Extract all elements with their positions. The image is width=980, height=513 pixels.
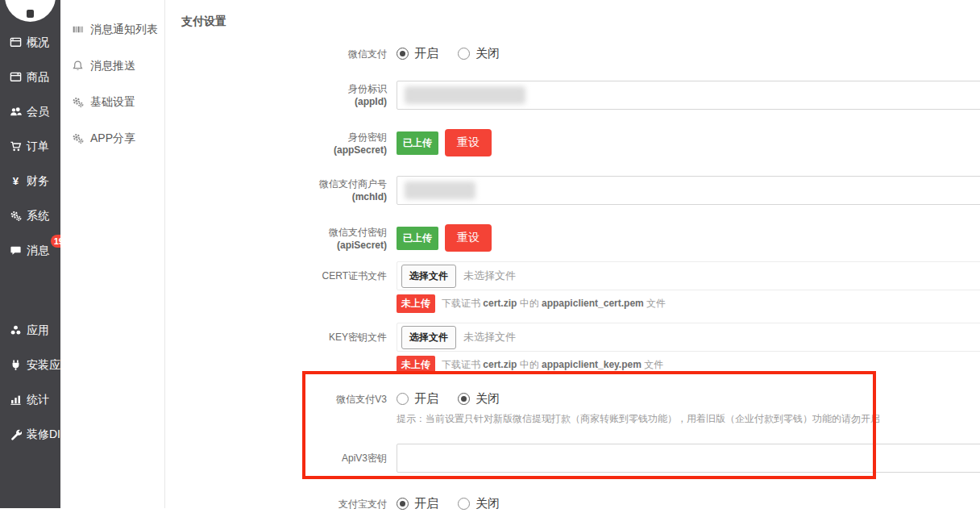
mch-id-input[interactable] <box>397 176 980 205</box>
sidebar-item-label: 系统 <box>27 209 49 223</box>
sidebar-item-apps[interactable]: 应用 <box>0 313 60 348</box>
wechat-pay-on-radio[interactable] <box>397 48 409 60</box>
wechat-pay-row: 微信支付 开启 关闭 <box>181 45 980 61</box>
key-file-label: KEY密钥文件 <box>181 323 397 373</box>
submenu-item-message-list[interactable]: 消息通知列表 <box>60 11 164 48</box>
key-choose-file-button[interactable]: 选择文件 <box>401 326 456 349</box>
app-secret-reset-button[interactable]: 重设 <box>445 129 492 156</box>
wechat-pay-label: 微信支付 <box>181 45 397 61</box>
wechat-v3-hint: 提示：当前设置只针对新版微信提现打款（商家转账到零钱功能），用着旧版（企业付款到… <box>397 412 980 426</box>
apiv3-key-label: ApiV3密钥 <box>181 444 397 473</box>
api-secret-reset-button[interactable]: 重设 <box>445 224 492 252</box>
sidebar-item-label: 订单 <box>27 140 49 154</box>
settings-submenu: 消息通知列表 消息推送 基础设置 APP分享 <box>60 0 165 508</box>
sidebar-item-install-apps[interactable]: 安装应用 <box>0 348 60 382</box>
sidebar-item-label: 统计 <box>27 393 49 407</box>
wechat-v3-on-label[interactable]: 开启 <box>414 391 438 407</box>
apps-icon <box>9 324 22 337</box>
payment-settings-page: 支付设置 微信支付 开启 关闭 身份标识 (appId) <box>165 0 980 511</box>
finance-icon: ¥ <box>9 175 22 188</box>
sidebar-item-goods[interactable]: 商品 <box>0 60 60 94</box>
cert-file-label: CERT证书文件 <box>181 261 397 311</box>
alipay-off-radio[interactable] <box>458 498 470 510</box>
cert-choose-file-button[interactable]: 选择文件 <box>401 265 456 288</box>
api-secret-label: 微信支付密钥 (apiSecret) <box>181 224 397 252</box>
sidebar-item-stats[interactable]: 统计 <box>0 382 60 417</box>
app-id-label: 身份标识 (appId) <box>181 81 397 110</box>
wechat-v3-off-radio[interactable] <box>458 393 470 405</box>
list-icon <box>71 23 84 36</box>
sidebar-item-label: 会员 <box>27 105 49 119</box>
wechat-v3-label: 微信支付V3 <box>181 390 397 426</box>
cert-file-input[interactable]: 选择文件 未选择文件 <box>397 261 980 290</box>
stats-icon <box>9 394 22 407</box>
main-sidebar: 概况 商品 会员 订单 <box>0 0 60 508</box>
alipay-row: 支付宝支付 开启 关闭 <box>181 495 980 511</box>
alipay-on-label[interactable]: 开启 <box>414 496 438 511</box>
cert-file-row: CERT证书文件 选择文件 未选择文件 未上传 下载证书 cert.zip 中的… <box>181 261 980 311</box>
sidebar-item-label: 消息 19 <box>27 244 49 258</box>
alipay-off-label[interactable]: 关闭 <box>475 496 500 511</box>
sidebar-item-finance[interactable]: ¥ 财务 <box>0 164 60 198</box>
mch-id-row: 微信支付商户号 (mchId) <box>181 176 980 205</box>
cert-not-uploaded-badge: 未上传 <box>397 294 435 313</box>
alipay-label: 支付宝支付 <box>181 495 397 511</box>
alipay-on-radio[interactable] <box>397 498 409 510</box>
system-icon <box>9 210 22 223</box>
overview-icon <box>9 36 22 49</box>
bell-icon <box>71 60 84 73</box>
sidebar-item-label: 应用 <box>27 323 49 338</box>
submenu-item-label: APP分享 <box>90 131 135 146</box>
key-file-input[interactable]: 选择文件 未选择文件 <box>397 323 980 352</box>
redacted-value <box>405 86 525 104</box>
wechat-pay-on-label[interactable]: 开启 <box>414 46 438 61</box>
wechat-pay-off-label[interactable]: 关闭 <box>475 46 500 61</box>
api-secret-uploaded-badge: 已上传 <box>397 227 438 250</box>
install-apps-icon <box>9 359 22 372</box>
apiv3-key-input[interactable] <box>397 444 980 473</box>
submenu-item-label: 消息推送 <box>90 59 135 73</box>
admin-app: 概况 商品 会员 订单 <box>0 0 980 513</box>
messages-icon <box>9 244 22 257</box>
submenu-item-message-push[interactable]: 消息推送 <box>60 48 164 84</box>
app-id-input[interactable] <box>397 81 980 110</box>
wechat-pay-off-radio[interactable] <box>458 48 470 60</box>
sidebar-item-members[interactable]: 会员 <box>0 94 60 129</box>
sidebar-item-system[interactable]: 系统 <box>0 198 60 233</box>
wechat-v3-on-radio[interactable] <box>397 393 409 405</box>
submenu-item-basic-settings[interactable]: 基础设置 <box>60 84 164 120</box>
sidebar-item-messages[interactable]: 消息 19 <box>0 233 60 268</box>
goods-icon <box>9 71 22 84</box>
sidebar-item-label: 商品 <box>27 70 49 85</box>
app-id-row: 身份标识 (appId) <box>181 81 980 110</box>
api-secret-row: 微信支付密钥 (apiSecret) 已上传 重设 <box>181 224 980 252</box>
submenu-item-label: 基础设置 <box>90 95 135 110</box>
main-nav: 概况 商品 会员 订单 <box>0 0 60 452</box>
svg-text:¥: ¥ <box>12 175 19 187</box>
key-file-hint: 下载证书 cert.zip 中的 appapiclient_key.pem 文件 <box>442 358 663 372</box>
diy-icon <box>9 428 22 441</box>
app-secret-row: 身份密钥 (appSecret) 已上传 重设 <box>181 129 980 156</box>
app-secret-label: 身份密钥 (appSecret) <box>181 129 397 156</box>
cert-no-file-text: 未选择文件 <box>463 269 516 283</box>
sidebar-item-overview[interactable]: 概况 <box>0 25 60 60</box>
wechat-v3-row: 微信支付V3 开启 关闭 提示：当前设置只针对新版微信提现打款（商家转账到零钱功… <box>181 390 980 426</box>
app-secret-uploaded-badge: 已上传 <box>397 131 438 155</box>
orders-icon <box>9 140 22 153</box>
cert-file-hint: 下载证书 cert.zip 中的 appapiclient_cert.pem 文… <box>442 297 666 311</box>
mch-id-label: 微信支付商户号 (mchId) <box>181 176 397 205</box>
page-title: 支付设置 <box>181 15 980 29</box>
apiv3-key-row: ApiV3密钥 <box>181 444 980 473</box>
key-no-file-text: 未选择文件 <box>463 330 516 344</box>
sidebar-item-label: 财务 <box>27 174 49 189</box>
gears-icon <box>71 132 84 145</box>
members-icon <box>9 106 22 119</box>
sidebar-item-diy[interactable]: 装修DIY <box>0 417 60 452</box>
key-not-uploaded-badge: 未上传 <box>397 356 435 374</box>
wechat-v3-off-label[interactable]: 关闭 <box>475 391 500 407</box>
sidebar-gap <box>0 268 60 313</box>
submenu-item-app-share[interactable]: APP分享 <box>60 120 164 156</box>
sidebar-item-orders[interactable]: 订单 <box>0 129 60 164</box>
key-file-row: KEY密钥文件 选择文件 未选择文件 未上传 下载证书 cert.zip 中的 … <box>181 323 980 373</box>
gears-icon <box>71 96 84 109</box>
